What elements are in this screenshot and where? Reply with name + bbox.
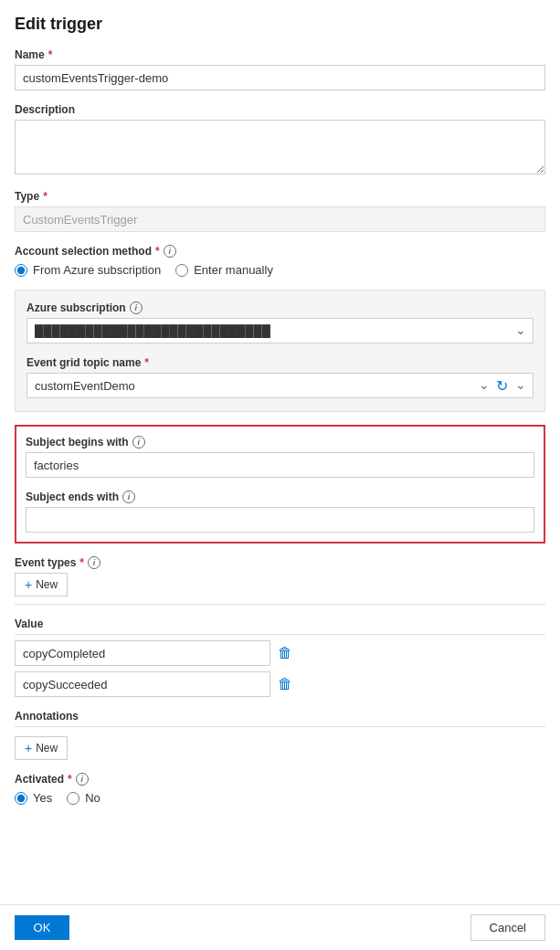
- description-input[interactable]: [15, 120, 545, 174]
- subject-section: Subject begins with i Subject ends with …: [15, 425, 545, 544]
- azure-sub-info-icon[interactable]: i: [130, 301, 143, 314]
- event-grid-label: Event grid topic name *: [26, 356, 534, 369]
- delete-row2-icon[interactable]: 🗑: [278, 676, 292, 692]
- account-selection-group: Account selection method * i From Azure …: [15, 245, 545, 277]
- radio-no[interactable]: [67, 792, 79, 805]
- radio-no-label[interactable]: No: [67, 791, 100, 805]
- azure-sub-select[interactable]: ████████████████████████████: [26, 318, 534, 343]
- radio-yes-text: Yes: [33, 791, 52, 805]
- account-selection-label: Account selection method * i: [15, 245, 545, 258]
- event-types-new-button[interactable]: + New: [15, 573, 68, 596]
- event-grid-refresh-icon[interactable]: ↻: [496, 377, 508, 395]
- annotations-label: Annotations: [15, 710, 545, 723]
- radio-yes[interactable]: [15, 792, 27, 805]
- azure-subscription-box: Azure subscription i ███████████████████…: [15, 290, 545, 412]
- event-grid-select[interactable]: customEventDemo: [26, 373, 534, 398]
- subject-ends-label: Subject ends with i: [26, 491, 534, 503]
- annotations-plus-icon: +: [25, 742, 32, 755]
- radio-azure-text: From Azure subscription: [33, 263, 161, 277]
- table-row: 🗑: [15, 640, 545, 666]
- azure-sub-label: Azure subscription i: [26, 301, 534, 314]
- event-types-value-table: Value 🗑 🗑: [15, 604, 545, 697]
- subject-begins-info-icon[interactable]: i: [132, 436, 145, 449]
- ok-button[interactable]: OK: [15, 915, 69, 940]
- activated-required-star: *: [68, 773, 72, 786]
- annotations-new-button[interactable]: + New: [15, 736, 68, 760]
- event-grid-required-star: *: [144, 356, 149, 369]
- event-types-label: Event types * i: [15, 556, 545, 569]
- required-star: *: [48, 48, 53, 61]
- radio-no-text: No: [85, 791, 100, 805]
- value-column-header: Value: [15, 614, 545, 635]
- event-types-plus-icon: +: [25, 578, 32, 591]
- type-input: [15, 206, 545, 232]
- event-types-info-icon[interactable]: i: [88, 556, 100, 569]
- activated-label: Activated * i: [15, 773, 545, 786]
- subject-begins-input[interactable]: [26, 452, 534, 478]
- type-required-star: *: [43, 190, 48, 203]
- annotations-section: Annotations + New: [15, 710, 545, 760]
- name-input[interactable]: [15, 65, 545, 90]
- cancel-button[interactable]: Cancel: [470, 914, 545, 941]
- radio-manual[interactable]: [175, 264, 188, 277]
- description-label: Description: [15, 103, 545, 116]
- account-info-icon[interactable]: i: [164, 245, 176, 258]
- name-field-group: Name *: [15, 48, 545, 90]
- azure-sub-select-wrapper: ████████████████████████████: [26, 318, 534, 343]
- radio-azure[interactable]: [15, 264, 27, 277]
- account-required-star: *: [155, 245, 160, 258]
- type-label: Type *: [15, 190, 545, 203]
- subject-begins-group: Subject begins with i: [26, 436, 534, 478]
- event-types-required-star: *: [79, 556, 84, 569]
- account-radio-group: From Azure subscription Enter manually: [15, 263, 545, 277]
- radio-azure-label[interactable]: From Azure subscription: [15, 263, 161, 277]
- event-types-new-label: New: [36, 578, 58, 591]
- event-types-group: Event types * i + New Value 🗑 🗑: [15, 556, 545, 697]
- radio-manual-label[interactable]: Enter manually: [175, 263, 273, 277]
- delete-row1-icon[interactable]: 🗑: [278, 645, 292, 661]
- event-grid-select-wrapper: customEventDemo ↻ ⌄: [26, 373, 534, 398]
- subject-ends-info-icon[interactable]: i: [122, 491, 135, 503]
- subject-begins-label: Subject begins with i: [26, 436, 534, 449]
- activated-info-icon[interactable]: i: [76, 773, 89, 786]
- azure-sub-field-group: Azure subscription i ███████████████████…: [26, 301, 534, 343]
- name-label: Name *: [15, 48, 545, 61]
- value-row1-input[interactable]: [15, 640, 270, 666]
- subject-ends-group: Subject ends with i: [26, 491, 534, 533]
- footer: OK Cancel: [0, 904, 560, 950]
- type-field-group: Type *: [15, 190, 545, 232]
- value-row2-input[interactable]: [15, 671, 270, 697]
- radio-manual-text: Enter manually: [194, 263, 273, 277]
- annotations-new-label: New: [36, 742, 58, 755]
- activated-group: Activated * i Yes No: [15, 773, 545, 805]
- page-title: Edit trigger: [15, 15, 545, 34]
- radio-yes-label[interactable]: Yes: [15, 791, 52, 805]
- event-grid-field-group: Event grid topic name * customEventDemo …: [26, 356, 534, 398]
- subject-ends-input[interactable]: [26, 507, 534, 533]
- description-field-group: Description: [15, 103, 545, 177]
- table-row: 🗑: [15, 671, 545, 697]
- activated-radio-group: Yes No: [15, 791, 545, 805]
